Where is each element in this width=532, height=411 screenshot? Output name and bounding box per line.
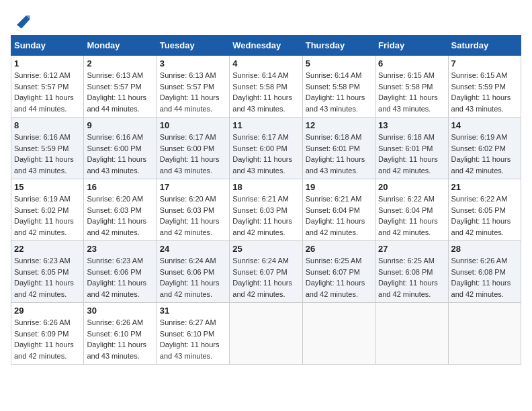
calendar-cell: 10 Sunrise: 6:17 AM Sunset: 6:00 PM Dayl… <box>157 118 229 179</box>
calendar-cell: 12 Sunrise: 6:18 AM Sunset: 6:01 PM Dayl… <box>302 118 375 179</box>
day-number: 15 <box>14 182 81 192</box>
calendar-cell: 6 Sunrise: 6:15 AM Sunset: 5:58 PM Dayli… <box>375 56 448 118</box>
day-number: 29 <box>14 306 81 316</box>
calendar-cell: 18 Sunrise: 6:21 AM Sunset: 6:03 PM Dayl… <box>230 179 302 241</box>
day-number: 21 <box>451 182 518 192</box>
calendar-cell: 28 Sunrise: 6:26 AM Sunset: 6:08 PM Dayl… <box>448 241 521 303</box>
day-info: Sunrise: 6:24 AM Sunset: 6:07 PM Dayligh… <box>232 255 299 300</box>
calendar-cell: 5 Sunrise: 6:14 AM Sunset: 5:58 PM Dayli… <box>302 56 375 118</box>
calendar-cell: 25 Sunrise: 6:24 AM Sunset: 6:07 PM Dayl… <box>230 241 302 303</box>
calendar-cell: 22 Sunrise: 6:23 AM Sunset: 6:05 PM Dayl… <box>11 241 84 303</box>
day-info: Sunrise: 6:21 AM Sunset: 6:04 PM Dayligh… <box>306 193 372 238</box>
calendar-cell: 26 Sunrise: 6:25 AM Sunset: 6:07 PM Dayl… <box>302 241 375 303</box>
day-number: 24 <box>160 244 226 254</box>
day-info: Sunrise: 6:27 AM Sunset: 6:10 PM Dayligh… <box>160 317 226 361</box>
day-number: 17 <box>160 182 226 192</box>
calendar-cell: 23 Sunrise: 6:23 AM Sunset: 6:06 PM Dayl… <box>84 241 157 303</box>
day-number: 16 <box>87 182 153 192</box>
day-number: 7 <box>451 58 518 68</box>
day-info: Sunrise: 6:15 AM Sunset: 5:59 PM Dayligh… <box>451 70 518 114</box>
day-number: 28 <box>451 244 518 254</box>
calendar-cell: 2 Sunrise: 6:13 AM Sunset: 5:57 PM Dayli… <box>84 56 157 118</box>
calendar-cell: 15 Sunrise: 6:19 AM Sunset: 6:02 PM Dayl… <box>11 179 84 241</box>
day-info: Sunrise: 6:16 AM Sunset: 6:00 PM Dayligh… <box>87 132 153 176</box>
calendar-cell: 4 Sunrise: 6:14 AM Sunset: 5:58 PM Dayli… <box>230 56 302 118</box>
day-info: Sunrise: 6:12 AM Sunset: 5:57 PM Dayligh… <box>14 70 81 114</box>
calendar-cell: 27 Sunrise: 6:25 AM Sunset: 6:08 PM Dayl… <box>375 241 448 303</box>
calendar-cell: 17 Sunrise: 6:20 AM Sunset: 6:03 PM Dayl… <box>157 179 229 241</box>
day-info: Sunrise: 6:17 AM Sunset: 6:00 PM Dayligh… <box>232 132 299 176</box>
day-number: 12 <box>306 120 372 130</box>
calendar-table: SundayMondayTuesdayWednesdayThursdayFrid… <box>11 35 521 365</box>
day-info: Sunrise: 6:22 AM Sunset: 6:04 PM Dayligh… <box>378 193 445 238</box>
day-info: Sunrise: 6:25 AM Sunset: 6:07 PM Dayligh… <box>306 255 372 300</box>
calendar-cell <box>448 303 521 365</box>
calendar-cell: 24 Sunrise: 6:24 AM Sunset: 6:06 PM Dayl… <box>157 241 229 303</box>
day-info: Sunrise: 6:23 AM Sunset: 6:05 PM Dayligh… <box>14 255 81 300</box>
day-number: 13 <box>378 120 445 130</box>
day-header-thursday: Thursday <box>302 36 375 56</box>
day-number: 1 <box>14 58 81 68</box>
logo-icon <box>12 11 31 30</box>
day-number: 19 <box>306 182 372 192</box>
calendar-cell: 7 Sunrise: 6:15 AM Sunset: 5:59 PM Dayli… <box>448 56 521 118</box>
day-number: 9 <box>87 120 153 130</box>
day-header-sunday: Sunday <box>11 36 84 56</box>
day-number: 8 <box>14 120 81 130</box>
calendar-cell: 29 Sunrise: 6:26 AM Sunset: 6:09 PM Dayl… <box>11 303 84 365</box>
day-info: Sunrise: 6:20 AM Sunset: 6:03 PM Dayligh… <box>160 193 226 238</box>
day-info: Sunrise: 6:23 AM Sunset: 6:06 PM Dayligh… <box>87 255 153 300</box>
day-number: 18 <box>232 182 299 192</box>
calendar-week-row: 15 Sunrise: 6:19 AM Sunset: 6:02 PM Dayl… <box>11 179 521 241</box>
calendar-week-row: 8 Sunrise: 6:16 AM Sunset: 5:59 PM Dayli… <box>11 118 521 179</box>
page-header <box>11 11 521 30</box>
day-info: Sunrise: 6:15 AM Sunset: 5:58 PM Dayligh… <box>378 70 445 114</box>
day-number: 5 <box>306 58 372 68</box>
day-number: 3 <box>160 58 226 68</box>
calendar-cell: 31 Sunrise: 6:27 AM Sunset: 6:10 PM Dayl… <box>157 303 229 365</box>
calendar-cell: 3 Sunrise: 6:13 AM Sunset: 5:57 PM Dayli… <box>157 56 229 118</box>
calendar-cell <box>302 303 375 365</box>
calendar-cell: 8 Sunrise: 6:16 AM Sunset: 5:59 PM Dayli… <box>11 118 84 179</box>
calendar-cell: 11 Sunrise: 6:17 AM Sunset: 6:00 PM Dayl… <box>230 118 302 179</box>
calendar-cell: 13 Sunrise: 6:18 AM Sunset: 6:01 PM Dayl… <box>375 118 448 179</box>
day-number: 23 <box>87 244 153 254</box>
day-number: 27 <box>378 244 445 254</box>
day-info: Sunrise: 6:25 AM Sunset: 6:08 PM Dayligh… <box>378 255 445 300</box>
day-info: Sunrise: 6:18 AM Sunset: 6:01 PM Dayligh… <box>378 132 445 176</box>
day-header-tuesday: Tuesday <box>157 36 229 56</box>
day-info: Sunrise: 6:13 AM Sunset: 5:57 PM Dayligh… <box>160 70 226 114</box>
day-header-monday: Monday <box>84 36 157 56</box>
day-info: Sunrise: 6:19 AM Sunset: 6:02 PM Dayligh… <box>451 132 518 176</box>
day-number: 6 <box>378 58 445 68</box>
day-number: 30 <box>87 306 153 316</box>
day-number: 11 <box>232 120 299 130</box>
day-number: 20 <box>378 182 445 192</box>
day-number: 25 <box>232 244 299 254</box>
calendar-cell: 20 Sunrise: 6:22 AM Sunset: 6:04 PM Dayl… <box>375 179 448 241</box>
calendar-cell: 30 Sunrise: 6:26 AM Sunset: 6:10 PM Dayl… <box>84 303 157 365</box>
day-number: 26 <box>306 244 372 254</box>
day-info: Sunrise: 6:21 AM Sunset: 6:03 PM Dayligh… <box>232 193 299 238</box>
day-info: Sunrise: 6:16 AM Sunset: 5:59 PM Dayligh… <box>14 132 81 176</box>
calendar-cell: 1 Sunrise: 6:12 AM Sunset: 5:57 PM Dayli… <box>11 56 84 118</box>
day-header-saturday: Saturday <box>448 36 521 56</box>
calendar-cell <box>375 303 448 365</box>
day-info: Sunrise: 6:19 AM Sunset: 6:02 PM Dayligh… <box>14 193 81 238</box>
calendar-week-row: 1 Sunrise: 6:12 AM Sunset: 5:57 PM Dayli… <box>11 56 521 118</box>
day-info: Sunrise: 6:26 AM Sunset: 6:10 PM Dayligh… <box>87 317 153 361</box>
day-info: Sunrise: 6:18 AM Sunset: 6:01 PM Dayligh… <box>306 132 372 176</box>
day-info: Sunrise: 6:24 AM Sunset: 6:06 PM Dayligh… <box>160 255 226 300</box>
day-info: Sunrise: 6:17 AM Sunset: 6:00 PM Dayligh… <box>160 132 226 176</box>
day-number: 14 <box>451 120 518 130</box>
day-info: Sunrise: 6:26 AM Sunset: 6:09 PM Dayligh… <box>14 317 81 361</box>
day-number: 4 <box>232 58 299 68</box>
svg-marker-0 <box>17 15 30 29</box>
calendar-week-row: 29 Sunrise: 6:26 AM Sunset: 6:09 PM Dayl… <box>11 303 521 365</box>
day-info: Sunrise: 6:14 AM Sunset: 5:58 PM Dayligh… <box>232 70 299 114</box>
day-info: Sunrise: 6:26 AM Sunset: 6:08 PM Dayligh… <box>451 255 518 300</box>
calendar-cell <box>230 303 302 365</box>
calendar-cell: 21 Sunrise: 6:22 AM Sunset: 6:05 PM Dayl… <box>448 179 521 241</box>
day-header-wednesday: Wednesday <box>230 36 302 56</box>
day-info: Sunrise: 6:14 AM Sunset: 5:58 PM Dayligh… <box>306 70 372 114</box>
